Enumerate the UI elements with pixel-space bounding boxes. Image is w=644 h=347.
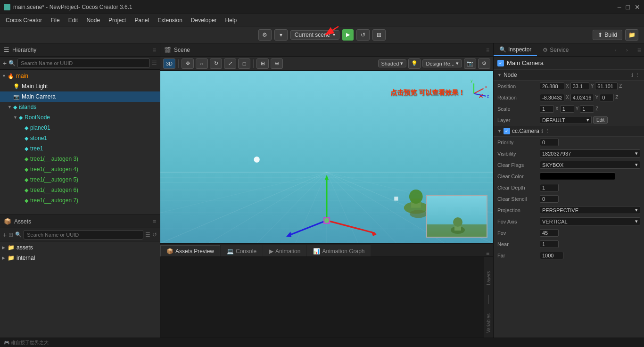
section-info-icon[interactable]: ℹ <box>631 72 633 78</box>
bottom-panel-menu[interactable]: ≡ <box>482 250 493 256</box>
scene-selector[interactable]: Current scene ▾ <box>290 30 339 40</box>
rotation-x-input[interactable] <box>540 94 564 101</box>
camera-info-icon[interactable]: ℹ <box>541 128 543 134</box>
menu-node[interactable]: Node <box>83 16 104 25</box>
scale-y-input[interactable] <box>560 105 574 113</box>
menu-extension[interactable]: Extension <box>154 16 186 25</box>
play-button[interactable]: ▶ <box>342 29 354 41</box>
position-z-input[interactable] <box>595 83 618 90</box>
node-enable-checkbox[interactable]: ✓ <box>497 60 504 66</box>
toolbar-light-btn[interactable]: 💡 <box>408 58 421 69</box>
priority-input[interactable] <box>540 139 559 146</box>
toolbar-select-btn[interactable]: ✥ <box>182 58 194 69</box>
toolbar-3d-btn[interactable]: 3D <box>163 58 175 69</box>
position-x-input[interactable] <box>540 83 564 90</box>
menu-edit[interactable]: Edit <box>65 16 82 25</box>
toolbar-settings-btn[interactable]: ⚙ <box>478 58 490 69</box>
tab-animation[interactable]: ▶ Animation <box>263 245 306 256</box>
tree-item-islands[interactable]: ▼ ◆ islands <box>0 102 160 112</box>
toolbar-anchor-btn[interactable]: ⊕ <box>271 58 283 69</box>
toolbar-dropdown-btn[interactable]: ▾ <box>274 29 288 41</box>
menu-panel[interactable]: Panel <box>131 16 153 25</box>
tree-item-main-light[interactable]: 💡 Main Light <box>0 81 160 91</box>
node-section-header[interactable]: ▼ Node ℹ ⋮ <box>494 70 644 81</box>
tree-item-tree1-autogen7[interactable]: ◆ tree1(__autogen 7) <box>0 195 160 206</box>
menu-project[interactable]: Project <box>105 16 130 25</box>
tree-item-tree1-autogen4[interactable]: ◆ tree1(__autogen 4) <box>0 164 160 174</box>
layers-text[interactable]: Layers <box>486 271 491 285</box>
near-input[interactable] <box>540 240 559 248</box>
fov-input[interactable] <box>540 229 559 237</box>
far-input[interactable] <box>540 252 563 259</box>
tab-assets-preview[interactable]: 📦 Assets Preview <box>160 245 220 256</box>
design-re-btn[interactable]: Design Re... ▾ <box>422 59 462 67</box>
refresh-button[interactable]: ↺ <box>356 29 370 41</box>
toolbar-scene-settings-btn[interactable]: ⚙ <box>258 29 272 41</box>
assets-add-btn[interactable]: + <box>3 231 7 239</box>
layer-edit-btn[interactable]: Edit <box>593 116 608 124</box>
shaded-select[interactable]: Shaded ▾ <box>378 59 407 67</box>
assets-item-internal[interactable]: ▶ 📁 internal <box>0 253 160 263</box>
scale-x-input[interactable] <box>540 105 554 113</box>
clear-flags-dropdown[interactable]: SKYBOX ▾ <box>540 161 640 169</box>
toolbar-rotate-btn[interactable]: ↻ <box>210 58 222 69</box>
assets-list-view-btn[interactable]: ☰ <box>145 231 150 238</box>
menu-cocos-creator[interactable]: Cocos Creator <box>2 16 46 25</box>
layer-dropdown[interactable]: DEFAULT ▾ <box>540 116 592 124</box>
tree-item-tree1-autogen6[interactable]: ◆ tree1(__autogen 6) <box>0 185 160 195</box>
tree-item-main-camera[interactable]: 📷 Main Camera <box>0 91 160 102</box>
scale-z-input[interactable] <box>580 105 594 113</box>
tree-item-tree1[interactable]: ◆ tree1 <box>0 143 160 154</box>
toolbar-rect-btn[interactable]: □ <box>238 58 250 69</box>
projection-dropdown[interactable]: PERSPECTIVE ▾ <box>540 206 640 214</box>
clear-depth-input[interactable] <box>540 184 559 191</box>
position-y-input[interactable] <box>570 83 589 90</box>
toolbar-translate-btn[interactable]: ↔ <box>196 58 208 69</box>
tree-item-rootnode[interactable]: ▼ ◆ RootNode <box>0 112 160 123</box>
tree-item-tree1-autogen5[interactable]: ◆ tree1(__autogen 5) <box>0 174 160 185</box>
assets-refresh-btn[interactable]: ↺ <box>152 231 157 238</box>
tree-item-main[interactable]: ▼ 🔥 main <box>0 71 160 81</box>
camera-enable-checkbox[interactable]: ✓ <box>504 128 510 134</box>
camera-menu-icon[interactable]: ⋮ <box>545 128 550 134</box>
hierarchy-search-input[interactable] <box>17 58 150 68</box>
scene-view[interactable]: × x z y 点击预览 可以查看效果！ <box>160 71 493 243</box>
rotation-y-input[interactable] <box>570 94 594 101</box>
tab-console[interactable]: 💻 Console <box>221 245 263 256</box>
rotation-z-input[interactable] <box>600 94 614 101</box>
menu-file[interactable]: File <box>47 16 63 25</box>
minimize-button[interactable]: – <box>618 3 621 11</box>
hierarchy-menu-icon[interactable]: ≡ <box>153 47 156 53</box>
fov-axis-dropdown[interactable]: VERTICAL ▾ <box>540 217 640 225</box>
nav-forward-btn[interactable]: › <box>622 45 632 55</box>
variables-text[interactable]: Variables <box>486 314 491 333</box>
tab-inspector[interactable]: 🔍 Inspector <box>494 43 537 56</box>
close-button[interactable]: ✕ <box>635 3 640 11</box>
menu-developer[interactable]: Developer <box>187 16 221 25</box>
clear-stencil-input[interactable] <box>540 195 559 203</box>
hierarchy-list-view-btn[interactable]: ☰ <box>152 60 157 66</box>
tab-animation-graph[interactable]: 📊 Animation Graph <box>307 245 371 256</box>
tree-item-plane01[interactable]: ◆ plane01 <box>0 123 160 133</box>
toolbar-snap-btn[interactable]: ⊞ <box>256 58 269 69</box>
section-menu-icon[interactable]: ⋮ <box>635 72 640 78</box>
toolbar-folder-btn[interactable]: 📁 <box>625 29 638 41</box>
tree-item-stone1[interactable]: ◆ stone1 <box>0 133 160 143</box>
nav-back-btn[interactable]: ‹ <box>611 45 620 55</box>
assets-menu-icon[interactable]: ≡ <box>153 218 156 225</box>
menu-help[interactable]: Help <box>222 16 241 25</box>
assets-search-input[interactable] <box>24 230 143 240</box>
build-button[interactable]: ⬆ Build <box>593 30 622 40</box>
inspector-menu-btn[interactable]: ≡ <box>635 46 644 54</box>
toolbar-camera-btn[interactable]: 📷 <box>464 58 476 69</box>
grid-button[interactable]: ⊞ <box>372 29 386 41</box>
assets-expand-btn[interactable]: ⊞ <box>8 231 13 238</box>
hierarchy-add-btn[interactable]: + <box>3 59 7 67</box>
toolbar-scale-btn[interactable]: ⤢ <box>224 58 236 69</box>
tree-item-tree1-autogen3[interactable]: ◆ tree1(__autogen 3) <box>0 154 160 164</box>
clear-color-swatch[interactable] <box>540 173 615 180</box>
scene-menu-icon[interactable]: ≡ <box>486 47 489 53</box>
assets-item-assets[interactable]: ▶ 📁 assets <box>0 242 160 253</box>
camera-section-header[interactable]: ▼ ✓ cc.Camera ℹ ⋮ <box>494 126 644 137</box>
maximize-button[interactable]: □ <box>626 3 630 11</box>
